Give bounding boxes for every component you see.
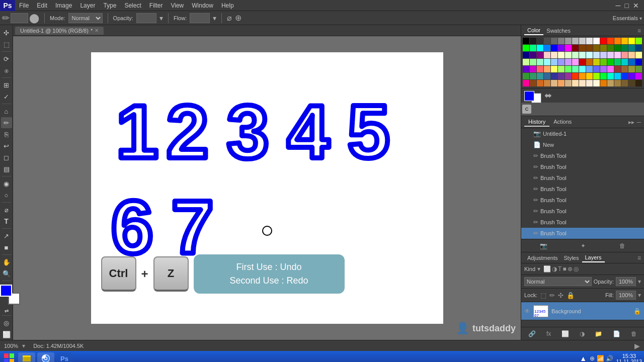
swatch-item[interactable] — [551, 73, 557, 79]
swatch-item[interactable] — [579, 59, 586, 65]
blend-mode-select[interactable]: Normal — [524, 277, 592, 286]
taskbar-show-desktop[interactable]: ▲ — [580, 354, 587, 362]
swatch-item[interactable] — [544, 73, 550, 79]
workspace-arrow[interactable]: ▾ — [639, 16, 642, 21]
swatch-item[interactable] — [572, 80, 579, 86]
swatch-item[interactable] — [523, 66, 529, 72]
swatch-item[interactable] — [565, 80, 572, 86]
swatch-item[interactable] — [635, 52, 642, 58]
fill-dropdown[interactable]: ▾ — [638, 292, 641, 299]
swatch-item[interactable] — [586, 66, 593, 72]
tab-color[interactable]: Color — [524, 26, 543, 35]
tab-history[interactable]: History — [524, 118, 549, 127]
lock-position[interactable]: ✣ — [558, 292, 564, 299]
canvas-tab[interactable]: Untitled-1 @ 100% (RGB/8) * ✕ — [15, 27, 104, 35]
tab-adjustments[interactable]: Adjustments — [524, 254, 561, 262]
history-item[interactable]: ✏ Brush Tool — [521, 217, 644, 228]
swatch-item[interactable] — [558, 80, 565, 86]
zoom-dropdown[interactable]: ▾ — [22, 342, 25, 349]
canvas[interactable]: 1 2 3 4 5 6 7 — [91, 52, 443, 324]
swatch-item[interactable] — [572, 73, 579, 79]
swatch-item[interactable] — [523, 59, 529, 65]
swatch-item[interactable] — [586, 45, 593, 51]
history-snapshot-btn[interactable]: 📷 — [540, 242, 547, 249]
swatch-item[interactable] — [593, 45, 600, 51]
history-brush-tool[interactable]: ↩ — [1, 140, 12, 151]
minimize-btn[interactable]: ─ — [616, 2, 621, 10]
swatch-item[interactable] — [579, 66, 586, 72]
history-delete-btn[interactable]: 🗑 — [619, 242, 625, 249]
swatch-item[interactable] — [523, 80, 529, 86]
lock-image[interactable]: ✏ — [549, 292, 555, 299]
pressure-icon[interactable]: ⊕ — [235, 13, 242, 23]
swatch-item[interactable] — [600, 80, 607, 86]
swatch-item[interactable] — [593, 66, 600, 72]
blur-tool[interactable]: ◉ — [1, 178, 12, 189]
swatch-item[interactable] — [565, 38, 572, 44]
history-item[interactable]: 📄 New — [521, 139, 644, 150]
eraser-tool[interactable]: ◻ — [1, 152, 12, 163]
swatch-item[interactable] — [558, 66, 565, 72]
swatch-item[interactable] — [586, 59, 593, 65]
swatch-item[interactable] — [628, 66, 635, 72]
swatch-item[interactable] — [635, 38, 642, 44]
history-item[interactable]: ✏ Brush Tool — [521, 206, 644, 217]
swatch-item[interactable] — [607, 59, 614, 65]
swatch-item[interactable] — [621, 73, 628, 79]
menu-window[interactable]: Window — [188, 1, 217, 10]
panel-icon-color[interactable]: C — [522, 105, 531, 114]
close-btn[interactable]: ✕ — [633, 2, 639, 10]
swatch-item[interactable] — [579, 73, 586, 79]
marquee-tool[interactable]: ⬚ — [1, 39, 12, 50]
swatch-item[interactable] — [586, 38, 593, 44]
swatch-item[interactable] — [579, 80, 586, 86]
swatch-item[interactable] — [565, 45, 572, 51]
swatch-item[interactable] — [572, 66, 579, 72]
swatch-item[interactable] — [586, 73, 593, 79]
lock-all[interactable]: 🔒 — [567, 292, 575, 299]
swatch-item[interactable] — [530, 45, 536, 51]
swatch-item[interactable] — [593, 52, 600, 58]
swatch-item[interactable] — [551, 38, 557, 44]
history-item[interactable]: 📷 Untitled-1 — [521, 128, 644, 139]
swap-colors[interactable]: ⇄ — [5, 308, 9, 314]
swatch-item[interactable] — [572, 38, 579, 44]
swatch-item[interactable] — [607, 80, 614, 86]
swatch-item[interactable] — [551, 80, 557, 86]
brush-tool[interactable]: ✏ — [1, 117, 12, 128]
swatch-item[interactable] — [565, 59, 572, 65]
swatch-item[interactable] — [579, 38, 586, 44]
lock-transparent[interactable]: ⬚ — [540, 292, 546, 299]
history-item[interactable]: ✏ Brush Tool — [521, 161, 644, 172]
swatch-item[interactable] — [523, 45, 529, 51]
healing-tool[interactable]: ⌂ — [1, 106, 12, 117]
swatch-item[interactable] — [600, 66, 607, 72]
layer-adj-btn[interactable]: ◑ — [580, 330, 585, 337]
swatch-item[interactable] — [628, 45, 635, 51]
swatch-item[interactable] — [621, 66, 628, 72]
swatch-item[interactable] — [530, 38, 536, 44]
move-tool[interactable]: ✣ — [1, 27, 12, 38]
swatch-item[interactable] — [586, 80, 593, 86]
swatch-item[interactable] — [544, 52, 550, 58]
swatch-item[interactable] — [593, 59, 600, 65]
clone-tool[interactable]: ⎘ — [1, 129, 12, 140]
history-item[interactable]: ✏ Brush Tool — [521, 195, 644, 206]
swatch-item[interactable] — [628, 38, 635, 44]
swatch-item[interactable] — [523, 52, 529, 58]
layer-new-btn[interactable]: 📄 — [613, 330, 620, 337]
shape-tool[interactable]: ■ — [1, 242, 12, 253]
swatch-item[interactable] — [635, 45, 642, 51]
menu-file[interactable]: File — [15, 1, 33, 10]
swatch-item[interactable] — [593, 80, 600, 86]
swatch-item[interactable] — [607, 38, 614, 44]
panel-menu-btn[interactable]: ▸▸ — [628, 119, 634, 126]
swatch-item[interactable] — [607, 52, 614, 58]
swatch-item[interactable] — [614, 52, 621, 58]
swatch-item[interactable] — [537, 59, 543, 65]
swatch-item[interactable] — [579, 45, 586, 51]
zoom-tool[interactable]: 🔍 — [1, 268, 12, 279]
swatch-item[interactable] — [565, 66, 572, 72]
fill-value[interactable] — [616, 291, 636, 300]
swatch-item[interactable] — [523, 73, 529, 79]
